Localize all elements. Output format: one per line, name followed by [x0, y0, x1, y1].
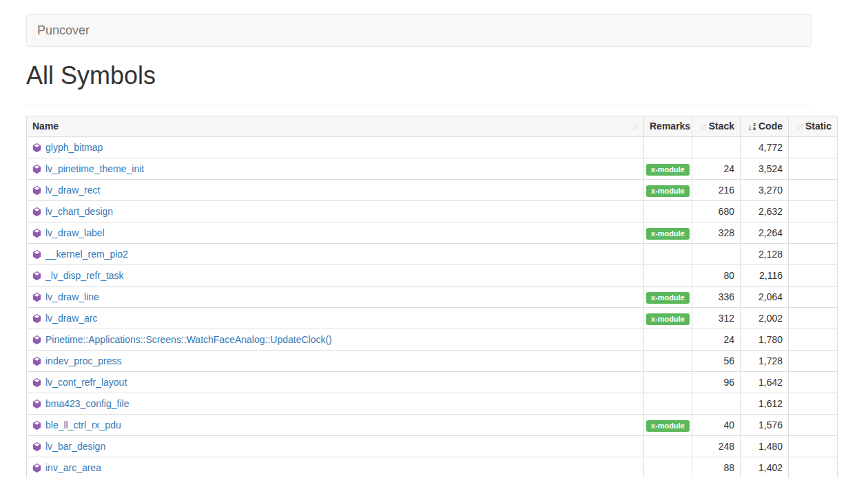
remarks-cell: x-module	[644, 286, 692, 307]
package-cube-icon	[32, 271, 41, 280]
symbol-name-cell: lv_draw_arc	[27, 307, 644, 329]
sort-both-icon[interactable]	[700, 121, 706, 132]
symbol-name-cell: ble_ll_ctrl_rx_pdu	[27, 414, 644, 435]
package-cube-icon	[32, 293, 41, 302]
column-header-remarks[interactable]: Remarks	[644, 116, 692, 136]
remarks-cell: x-module	[644, 307, 692, 329]
x-module-badge: x-module	[646, 185, 690, 197]
symbol-name-cell: lv_draw_label	[27, 222, 644, 243]
package-cube-icon	[32, 314, 41, 323]
remarks-cell	[644, 393, 692, 414]
static-cell	[789, 243, 838, 264]
code-cell: 4,772	[741, 136, 789, 158]
table-row: lv_draw_label x-module 328 2,264	[27, 222, 838, 243]
code-cell: 2,002	[741, 307, 789, 329]
divider	[26, 105, 812, 105]
table-row: lv_draw_arc x-module 312 2,002	[27, 307, 838, 329]
table-row: bma423_config_file 1,612	[27, 393, 838, 414]
symbol-name-cell: _lv_disp_refr_task	[27, 264, 644, 286]
code-cell: 3,270	[741, 179, 789, 200]
symbol-link[interactable]: Pinetime::Applications::Screens::WatchFa…	[45, 334, 332, 345]
symbol-name-cell: lv_draw_line	[27, 286, 644, 307]
column-header-code[interactable]: Code	[741, 116, 789, 136]
code-cell: 2,632	[741, 200, 789, 222]
symbol-link[interactable]: bma423_config_file	[45, 398, 129, 409]
package-cube-icon	[32, 207, 41, 216]
package-cube-icon	[32, 464, 41, 472]
symbol-name-cell: __kernel_rem_pio2	[27, 243, 644, 264]
static-cell	[789, 179, 838, 200]
symbol-link[interactable]: glyph_bitmap	[45, 142, 103, 153]
package-cube-icon	[32, 335, 41, 344]
static-cell	[789, 329, 838, 350]
remarks-cell	[644, 200, 692, 222]
navbar-brand[interactable]: Puncover	[27, 23, 100, 38]
remarks-cell	[644, 136, 692, 158]
static-cell	[789, 393, 838, 414]
package-cube-icon	[32, 250, 41, 259]
stack-cell: 80	[692, 264, 741, 286]
table-row: _lv_disp_refr_task 80 2,116	[27, 264, 838, 286]
symbol-link[interactable]: ble_ll_ctrl_rx_pdu	[45, 419, 121, 430]
table-row: lv_cont_refr_layout 96 1,642	[27, 371, 838, 393]
code-cell: 1,576	[741, 414, 789, 435]
remarks-cell	[644, 243, 692, 264]
symbol-link[interactable]: lv_pinetime_theme_init	[45, 163, 144, 174]
x-module-badge: x-module	[646, 164, 690, 176]
symbol-link[interactable]: lv_draw_rect	[45, 185, 100, 196]
table-row: lv_draw_rect x-module 216 3,270	[27, 179, 838, 200]
static-cell	[789, 200, 838, 222]
column-header-stack[interactable]: Stack	[692, 116, 741, 136]
symbol-link[interactable]: _lv_disp_refr_task	[45, 270, 124, 281]
package-cube-icon	[32, 165, 41, 174]
static-cell	[789, 136, 838, 158]
stack-cell: 216	[692, 179, 741, 200]
stack-cell	[692, 243, 741, 264]
symbol-link[interactable]: lv_chart_design	[45, 206, 113, 217]
column-label: Stack	[709, 121, 734, 132]
static-cell	[789, 371, 838, 393]
remarks-cell	[644, 350, 692, 371]
symbol-link[interactable]: lv_bar_design	[45, 441, 105, 452]
symbol-link[interactable]: lv_draw_line	[45, 291, 99, 302]
static-cell	[789, 222, 838, 243]
package-cube-icon	[32, 186, 41, 195]
remarks-cell: x-module	[644, 414, 692, 435]
stack-cell: 680	[692, 200, 741, 222]
sort-both-icon[interactable]	[632, 121, 638, 132]
table-row: lv_bar_design 248 1,480	[27, 435, 838, 457]
symbol-link[interactable]: lv_draw_arc	[45, 313, 97, 324]
remarks-cell: x-module	[644, 158, 692, 179]
symbol-name-cell: inv_arc_area	[27, 457, 644, 478]
stack-cell: 328	[692, 222, 741, 243]
symbol-link[interactable]: inv_arc_area	[45, 462, 101, 473]
sort-desc-alpha-icon[interactable]	[748, 121, 756, 132]
package-cube-icon	[32, 378, 41, 387]
stack-cell	[692, 393, 741, 414]
column-label: Code	[758, 121, 783, 132]
x-module-badge: x-module	[646, 228, 690, 240]
symbol-name-cell: bma423_config_file	[27, 393, 644, 414]
stack-cell: 88	[692, 457, 741, 478]
package-cube-icon	[32, 143, 41, 152]
static-cell	[789, 158, 838, 179]
symbol-name-cell: lv_pinetime_theme_init	[27, 158, 644, 179]
symbol-link[interactable]: __kernel_rem_pio2	[45, 249, 128, 260]
symbol-link[interactable]: lv_cont_refr_layout	[45, 377, 127, 388]
symbol-link[interactable]: indev_proc_press	[45, 355, 122, 366]
stack-cell: 248	[692, 435, 741, 457]
sort-both-icon[interactable]	[796, 121, 803, 132]
package-cube-icon	[32, 399, 41, 408]
static-cell	[789, 414, 838, 435]
column-header-name[interactable]: Name	[27, 116, 644, 136]
code-cell: 1,780	[741, 329, 789, 350]
column-header-static[interactable]: Static	[789, 116, 838, 136]
symbol-link[interactable]: lv_draw_label	[45, 227, 105, 238]
stack-cell	[692, 136, 741, 158]
stack-cell: 312	[692, 307, 741, 329]
table-body: glyph_bitmap 4,772 lv_pinetime_theme_ini…	[27, 136, 838, 478]
static-cell	[789, 307, 838, 329]
column-label: Remarks	[650, 121, 690, 132]
stack-cell: 96	[692, 371, 741, 393]
x-module-badge: x-module	[646, 420, 690, 432]
